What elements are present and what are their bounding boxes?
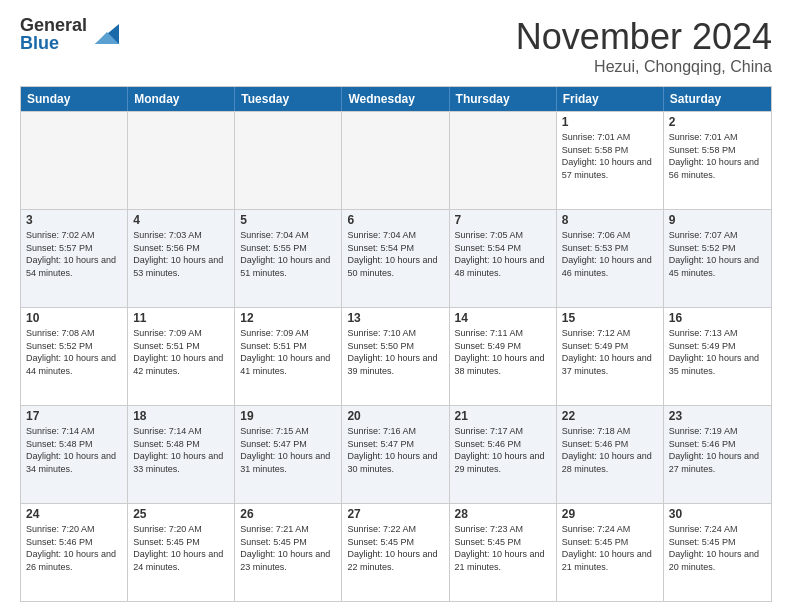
- week-row: 1 Sunrise: 7:01 AMSunset: 5:58 PMDayligh…: [21, 111, 771, 209]
- calendar-cell: [342, 112, 449, 209]
- day-number: 5: [240, 213, 336, 227]
- day-number: 4: [133, 213, 229, 227]
- logo-text: General Blue: [20, 16, 87, 52]
- day-header: Monday: [128, 87, 235, 111]
- cell-info: Sunrise: 7:09 AMSunset: 5:51 PMDaylight:…: [240, 328, 330, 376]
- day-header: Tuesday: [235, 87, 342, 111]
- day-number: 23: [669, 409, 766, 423]
- calendar-cell: 23 Sunrise: 7:19 AMSunset: 5:46 PMDaylig…: [664, 406, 771, 503]
- calendar-cell: 17 Sunrise: 7:14 AMSunset: 5:48 PMDaylig…: [21, 406, 128, 503]
- cell-info: Sunrise: 7:06 AMSunset: 5:53 PMDaylight:…: [562, 230, 652, 278]
- cell-info: Sunrise: 7:13 AMSunset: 5:49 PMDaylight:…: [669, 328, 759, 376]
- day-number: 27: [347, 507, 443, 521]
- day-number: 9: [669, 213, 766, 227]
- cell-info: Sunrise: 7:02 AMSunset: 5:57 PMDaylight:…: [26, 230, 116, 278]
- cell-info: Sunrise: 7:18 AMSunset: 5:46 PMDaylight:…: [562, 426, 652, 474]
- calendar: SundayMondayTuesdayWednesdayThursdayFrid…: [20, 86, 772, 602]
- cell-info: Sunrise: 7:09 AMSunset: 5:51 PMDaylight:…: [133, 328, 223, 376]
- cell-info: Sunrise: 7:23 AMSunset: 5:45 PMDaylight:…: [455, 524, 545, 572]
- day-number: 29: [562, 507, 658, 521]
- week-row: 17 Sunrise: 7:14 AMSunset: 5:48 PMDaylig…: [21, 405, 771, 503]
- logo-icon: [91, 20, 119, 48]
- cell-info: Sunrise: 7:04 AMSunset: 5:55 PMDaylight:…: [240, 230, 330, 278]
- cell-info: Sunrise: 7:17 AMSunset: 5:46 PMDaylight:…: [455, 426, 545, 474]
- day-number: 7: [455, 213, 551, 227]
- day-number: 13: [347, 311, 443, 325]
- calendar-cell: 7 Sunrise: 7:05 AMSunset: 5:54 PMDayligh…: [450, 210, 557, 307]
- calendar-cell: 5 Sunrise: 7:04 AMSunset: 5:55 PMDayligh…: [235, 210, 342, 307]
- cell-info: Sunrise: 7:03 AMSunset: 5:56 PMDaylight:…: [133, 230, 223, 278]
- calendar-cell: 20 Sunrise: 7:16 AMSunset: 5:47 PMDaylig…: [342, 406, 449, 503]
- calendar-cell: 6 Sunrise: 7:04 AMSunset: 5:54 PMDayligh…: [342, 210, 449, 307]
- calendar-cell: 28 Sunrise: 7:23 AMSunset: 5:45 PMDaylig…: [450, 504, 557, 601]
- calendar-cell: 14 Sunrise: 7:11 AMSunset: 5:49 PMDaylig…: [450, 308, 557, 405]
- cell-info: Sunrise: 7:16 AMSunset: 5:47 PMDaylight:…: [347, 426, 437, 474]
- calendar-cell: 26 Sunrise: 7:21 AMSunset: 5:45 PMDaylig…: [235, 504, 342, 601]
- cell-info: Sunrise: 7:14 AMSunset: 5:48 PMDaylight:…: [133, 426, 223, 474]
- calendar-cell: 16 Sunrise: 7:13 AMSunset: 5:49 PMDaylig…: [664, 308, 771, 405]
- day-header: Friday: [557, 87, 664, 111]
- day-number: 21: [455, 409, 551, 423]
- week-row: 24 Sunrise: 7:20 AMSunset: 5:46 PMDaylig…: [21, 503, 771, 601]
- calendar-cell: 22 Sunrise: 7:18 AMSunset: 5:46 PMDaylig…: [557, 406, 664, 503]
- day-number: 28: [455, 507, 551, 521]
- cell-info: Sunrise: 7:08 AMSunset: 5:52 PMDaylight:…: [26, 328, 116, 376]
- day-number: 18: [133, 409, 229, 423]
- cell-info: Sunrise: 7:12 AMSunset: 5:49 PMDaylight:…: [562, 328, 652, 376]
- day-number: 14: [455, 311, 551, 325]
- cell-info: Sunrise: 7:22 AMSunset: 5:45 PMDaylight:…: [347, 524, 437, 572]
- cell-info: Sunrise: 7:01 AMSunset: 5:58 PMDaylight:…: [669, 132, 759, 180]
- day-header: Sunday: [21, 87, 128, 111]
- calendar-cell: [21, 112, 128, 209]
- cell-info: Sunrise: 7:20 AMSunset: 5:46 PMDaylight:…: [26, 524, 116, 572]
- week-row: 10 Sunrise: 7:08 AMSunset: 5:52 PMDaylig…: [21, 307, 771, 405]
- calendar-cell: 3 Sunrise: 7:02 AMSunset: 5:57 PMDayligh…: [21, 210, 128, 307]
- cell-info: Sunrise: 7:19 AMSunset: 5:46 PMDaylight:…: [669, 426, 759, 474]
- day-header: Wednesday: [342, 87, 449, 111]
- day-number: 30: [669, 507, 766, 521]
- day-number: 1: [562, 115, 658, 129]
- week-row: 3 Sunrise: 7:02 AMSunset: 5:57 PMDayligh…: [21, 209, 771, 307]
- calendar-cell: 25 Sunrise: 7:20 AMSunset: 5:45 PMDaylig…: [128, 504, 235, 601]
- calendar-cell: 29 Sunrise: 7:24 AMSunset: 5:45 PMDaylig…: [557, 504, 664, 601]
- day-number: 20: [347, 409, 443, 423]
- calendar-cell: 15 Sunrise: 7:12 AMSunset: 5:49 PMDaylig…: [557, 308, 664, 405]
- calendar-cell: 4 Sunrise: 7:03 AMSunset: 5:56 PMDayligh…: [128, 210, 235, 307]
- calendar-cell: 27 Sunrise: 7:22 AMSunset: 5:45 PMDaylig…: [342, 504, 449, 601]
- day-headers: SundayMondayTuesdayWednesdayThursdayFrid…: [21, 87, 771, 111]
- day-number: 3: [26, 213, 122, 227]
- day-number: 10: [26, 311, 122, 325]
- day-number: 16: [669, 311, 766, 325]
- cell-info: Sunrise: 7:21 AMSunset: 5:45 PMDaylight:…: [240, 524, 330, 572]
- day-number: 6: [347, 213, 443, 227]
- cell-info: Sunrise: 7:10 AMSunset: 5:50 PMDaylight:…: [347, 328, 437, 376]
- calendar-cell: 11 Sunrise: 7:09 AMSunset: 5:51 PMDaylig…: [128, 308, 235, 405]
- day-number: 8: [562, 213, 658, 227]
- day-number: 19: [240, 409, 336, 423]
- calendar-cell: 2 Sunrise: 7:01 AMSunset: 5:58 PMDayligh…: [664, 112, 771, 209]
- day-header: Saturday: [664, 87, 771, 111]
- calendar-cell: 1 Sunrise: 7:01 AMSunset: 5:58 PMDayligh…: [557, 112, 664, 209]
- logo-blue: Blue: [20, 34, 87, 52]
- day-number: 15: [562, 311, 658, 325]
- logo-general: General: [20, 16, 87, 34]
- page: General Blue November 2024 Hezui, Chongq…: [0, 0, 792, 612]
- calendar-cell: [128, 112, 235, 209]
- calendar-cell: [450, 112, 557, 209]
- cell-info: Sunrise: 7:20 AMSunset: 5:45 PMDaylight:…: [133, 524, 223, 572]
- cell-info: Sunrise: 7:04 AMSunset: 5:54 PMDaylight:…: [347, 230, 437, 278]
- cell-info: Sunrise: 7:24 AMSunset: 5:45 PMDaylight:…: [669, 524, 759, 572]
- subtitle: Hezui, Chongqing, China: [516, 58, 772, 76]
- calendar-cell: 13 Sunrise: 7:10 AMSunset: 5:50 PMDaylig…: [342, 308, 449, 405]
- day-number: 12: [240, 311, 336, 325]
- cell-info: Sunrise: 7:05 AMSunset: 5:54 PMDaylight:…: [455, 230, 545, 278]
- header: General Blue November 2024 Hezui, Chongq…: [20, 16, 772, 76]
- calendar-cell: 21 Sunrise: 7:17 AMSunset: 5:46 PMDaylig…: [450, 406, 557, 503]
- cell-info: Sunrise: 7:11 AMSunset: 5:49 PMDaylight:…: [455, 328, 545, 376]
- calendar-cell: 18 Sunrise: 7:14 AMSunset: 5:48 PMDaylig…: [128, 406, 235, 503]
- month-title: November 2024: [516, 16, 772, 58]
- calendar-cell: 8 Sunrise: 7:06 AMSunset: 5:53 PMDayligh…: [557, 210, 664, 307]
- calendar-cell: 10 Sunrise: 7:08 AMSunset: 5:52 PMDaylig…: [21, 308, 128, 405]
- cell-info: Sunrise: 7:15 AMSunset: 5:47 PMDaylight:…: [240, 426, 330, 474]
- day-number: 24: [26, 507, 122, 521]
